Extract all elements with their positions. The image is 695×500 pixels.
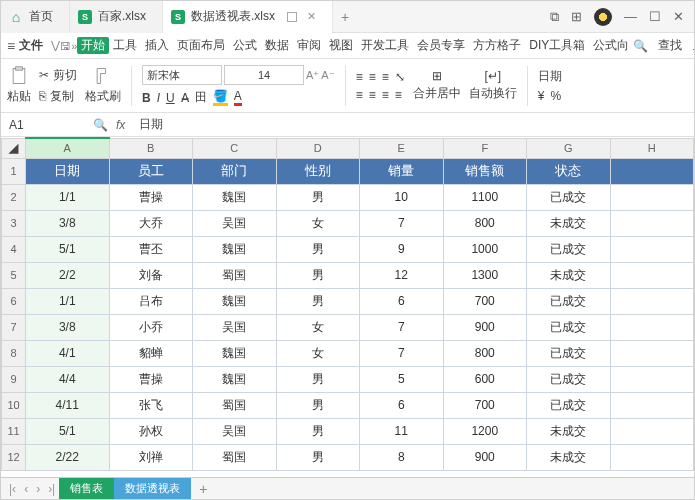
cell[interactable] <box>610 210 694 236</box>
column-header[interactable]: C <box>193 138 277 158</box>
tab-nav-prev[interactable]: ‹ <box>20 482 32 496</box>
cell[interactable] <box>610 158 694 184</box>
merge-button[interactable]: ⊞ 合并居中 <box>413 69 461 102</box>
cell[interactable]: 800 <box>443 210 527 236</box>
menu-item[interactable]: 工具 <box>109 37 141 54</box>
cell[interactable]: 魏国 <box>193 340 277 366</box>
paste-button[interactable]: 粘贴 <box>7 66 31 105</box>
name-box[interactable] <box>5 118 85 132</box>
menu-item[interactable]: 页面布局 <box>173 37 229 54</box>
sheet-tab-active[interactable]: 销售表 <box>59 478 114 499</box>
align-top-icon[interactable]: ≡ <box>356 70 363 84</box>
row-header[interactable]: 9 <box>2 366 26 392</box>
cell[interactable]: 销量 <box>360 158 444 184</box>
font-name-select[interactable] <box>142 65 222 85</box>
cell[interactable]: 吕布 <box>109 288 193 314</box>
search-small-icon[interactable]: 🔍 <box>93 118 108 132</box>
align-right-icon[interactable]: ≡ <box>382 88 389 102</box>
cell[interactable]: 吴国 <box>193 418 277 444</box>
cell[interactable]: 7 <box>360 210 444 236</box>
indent-icon[interactable]: ≡ <box>395 88 402 102</box>
cell[interactable]: 男 <box>276 444 360 470</box>
cell[interactable]: 曹操 <box>109 184 193 210</box>
cell[interactable]: 员工 <box>109 158 193 184</box>
column-header[interactable]: H <box>610 138 694 158</box>
row-header[interactable]: 7 <box>2 314 26 340</box>
cell[interactable]: 12 <box>360 262 444 288</box>
cell[interactable]: 男 <box>276 236 360 262</box>
tab-doc-1[interactable]: S 百家.xlsx <box>70 1 163 33</box>
font-color-button[interactable]: A <box>234 89 242 106</box>
column-header[interactable]: F <box>443 138 527 158</box>
restore-doc-icon[interactable] <box>287 12 297 22</box>
bold-button[interactable]: B <box>142 91 151 105</box>
cell[interactable]: 1/1 <box>26 184 110 210</box>
dec-font-icon[interactable]: A⁻ <box>321 69 334 82</box>
row-header[interactable]: 12 <box>2 444 26 470</box>
cell[interactable]: 男 <box>276 366 360 392</box>
cell[interactable]: 900 <box>443 444 527 470</box>
cell[interactable]: 刘禅 <box>109 444 193 470</box>
font-size-select[interactable] <box>224 65 304 85</box>
cell[interactable]: 魏国 <box>193 288 277 314</box>
format-painter-button[interactable]: 格式刷 <box>85 66 121 105</box>
close-doc-icon[interactable]: ✕ <box>307 10 316 23</box>
cell[interactable]: 未成交 <box>527 262 611 288</box>
cell[interactable]: 9 <box>360 236 444 262</box>
percent-icon[interactable]: % <box>550 89 561 103</box>
menu-item[interactable]: 视图 <box>325 37 357 54</box>
cell[interactable]: 2/22 <box>26 444 110 470</box>
align-left-icon[interactable]: ≡ <box>356 88 363 102</box>
cell[interactable]: 日期 <box>26 158 110 184</box>
row-header[interactable]: 11 <box>2 418 26 444</box>
cell[interactable] <box>610 366 694 392</box>
cell[interactable]: 3/8 <box>26 314 110 340</box>
cell[interactable]: 10 <box>360 184 444 210</box>
file-menu[interactable]: 文件 <box>19 37 43 54</box>
column-header[interactable]: B <box>109 138 193 158</box>
cloud-icon[interactable]: ☁ <box>692 39 694 53</box>
menu-item[interactable]: 会员专享 <box>413 37 469 54</box>
row-header[interactable]: 2 <box>2 184 26 210</box>
cell[interactable]: 11 <box>360 418 444 444</box>
cell[interactable]: 魏国 <box>193 184 277 210</box>
cell[interactable]: 未成交 <box>527 418 611 444</box>
grid-icon[interactable]: ⧉ <box>550 9 559 25</box>
cell[interactable]: 800 <box>443 340 527 366</box>
cell[interactable]: 700 <box>443 392 527 418</box>
cell[interactable]: 部门 <box>193 158 277 184</box>
cell[interactable]: 性别 <box>276 158 360 184</box>
menu-item[interactable]: 数据 <box>261 37 293 54</box>
cell[interactable] <box>610 444 694 470</box>
row-header[interactable]: 4 <box>2 236 26 262</box>
row-header[interactable]: 8 <box>2 340 26 366</box>
cell[interactable]: 魏国 <box>193 236 277 262</box>
tab-nav-last[interactable]: ›| <box>44 482 59 496</box>
underline-button[interactable]: U <box>166 91 175 105</box>
column-header[interactable]: E <box>360 138 444 158</box>
add-sheet-button[interactable]: + <box>191 481 215 497</box>
cell[interactable]: 7 <box>360 314 444 340</box>
column-header[interactable]: G <box>527 138 611 158</box>
row-header[interactable]: 1 <box>2 158 26 184</box>
cell[interactable]: 4/1 <box>26 340 110 366</box>
cell[interactable]: 6 <box>360 392 444 418</box>
cell[interactable]: 5/1 <box>26 236 110 262</box>
cell[interactable]: 张飞 <box>109 392 193 418</box>
cell[interactable]: 700 <box>443 288 527 314</box>
fx-icon[interactable]: fx <box>116 118 125 132</box>
formula-bar[interactable]: 日期 <box>139 116 163 133</box>
cell[interactable]: 2/2 <box>26 262 110 288</box>
close-button[interactable]: ✕ <box>673 9 684 24</box>
cell[interactable] <box>610 184 694 210</box>
cell[interactable]: 900 <box>443 314 527 340</box>
cell[interactable]: 未成交 <box>527 210 611 236</box>
tab-doc-2[interactable]: S 数据透视表.xlsx ✕ <box>163 1 333 33</box>
cell[interactable]: 状态 <box>527 158 611 184</box>
cell[interactable]: 已成交 <box>527 288 611 314</box>
minimize-button[interactable]: — <box>624 9 637 24</box>
number-format-select[interactable]: 日期 <box>538 68 562 85</box>
menu-item[interactable]: DIY工具箱 <box>525 37 589 54</box>
hamburger-icon[interactable]: ≡ <box>7 38 15 54</box>
column-header[interactable]: A <box>26 138 110 158</box>
